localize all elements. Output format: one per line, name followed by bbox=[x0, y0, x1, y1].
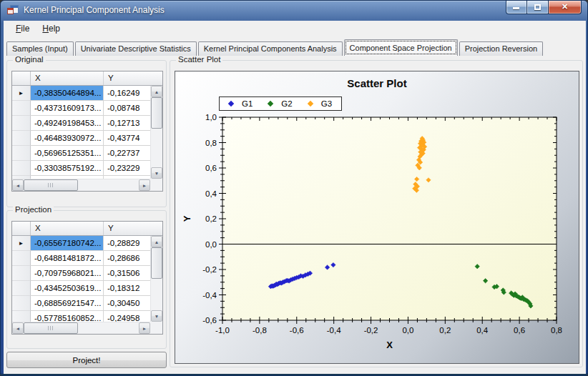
scatter-chart[interactable]: Scatter Plot G1G2G3 -1,0-0,8-0,6-0,4-0,2… bbox=[175, 71, 579, 364]
row-header[interactable] bbox=[12, 281, 31, 296]
row-header[interactable] bbox=[12, 146, 31, 161]
cell-x[interactable]: -0,43452503619... bbox=[31, 281, 104, 296]
g1-marker-icon bbox=[228, 101, 234, 107]
row-header[interactable] bbox=[12, 116, 31, 131]
g3-marker-icon bbox=[307, 101, 313, 107]
tab-projection-reversion[interactable]: Projection Reversion bbox=[459, 41, 544, 56]
tab-univariate-descriptive-statistics[interactable]: Univariate Descriptive Statistics bbox=[75, 41, 197, 56]
grid-corner-header[interactable] bbox=[12, 71, 31, 85]
svg-text:0,0: 0,0 bbox=[402, 326, 413, 335]
column-header-x[interactable]: X bbox=[31, 222, 104, 235]
tab-samples-input[interactable]: Samples (Input) bbox=[6, 41, 74, 56]
column-header-x[interactable]: X bbox=[31, 71, 104, 85]
cell-x[interactable]: -0,65567180742... bbox=[31, 236, 104, 251]
minimize-icon bbox=[513, 7, 519, 9]
horizontal-scrollbar-thumb[interactable] bbox=[24, 322, 78, 334]
legend-label: G2 bbox=[281, 99, 292, 108]
grid-corner-header[interactable] bbox=[12, 222, 31, 235]
cell-y[interactable]: -0,12713 bbox=[104, 116, 152, 131]
row-header[interactable] bbox=[12, 101, 31, 116]
table-row: -0,70975968021...-0,31506 bbox=[12, 266, 152, 281]
row-header[interactable] bbox=[12, 251, 31, 266]
cell-y[interactable]: -0,28686 bbox=[104, 251, 152, 266]
column-header-y[interactable]: Y bbox=[104, 222, 152, 235]
scatter-plot-groupbox: Scatter Plot Scatter Plot G1G2G3 -1,0-0,… bbox=[170, 60, 583, 367]
cell-x[interactable]: -0,49249198453... bbox=[31, 116, 104, 131]
project-button[interactable]: Project! bbox=[6, 352, 167, 368]
svg-text:0,6: 0,6 bbox=[514, 326, 525, 335]
cell-x[interactable]: -0,46483930972... bbox=[31, 131, 104, 146]
column-header-y[interactable]: Y bbox=[104, 71, 152, 85]
table-row: -0,43452503619...-0,18312 bbox=[12, 281, 152, 296]
horizontal-scrollbar[interactable]: ◄ ► bbox=[12, 179, 150, 191]
horizontal-scrollbar[interactable]: ◄ ► bbox=[12, 322, 150, 334]
up-arrow-icon: ▲ bbox=[155, 89, 159, 94]
scroll-left-button[interactable]: ◄ bbox=[12, 322, 24, 334]
cell-x[interactable]: -0,33038575192... bbox=[31, 161, 104, 176]
menu-help[interactable]: Help bbox=[36, 22, 67, 35]
cell-y[interactable]: -0,30450 bbox=[104, 296, 152, 311]
row-header[interactable]: ► bbox=[12, 86, 31, 101]
vertical-scrollbar-thumb[interactable] bbox=[151, 97, 162, 129]
scroll-up-button[interactable]: ▲ bbox=[151, 236, 162, 247]
left-arrow-icon: ◄ bbox=[16, 183, 20, 188]
menu-file[interactable]: File bbox=[9, 22, 36, 35]
cell-y[interactable]: -0,43774 bbox=[104, 131, 152, 146]
window-title: Kernel Principal Component Analysis bbox=[24, 5, 165, 15]
projection-grid[interactable]: X Y ►-0,65567180742...-0,28829-0,6488148… bbox=[11, 221, 163, 335]
cell-x[interactable]: -0,56965125351... bbox=[31, 146, 104, 161]
cell-y[interactable]: -0,28829 bbox=[104, 236, 152, 251]
row-header[interactable] bbox=[12, 266, 31, 281]
cell-x[interactable]: -0,64881481872... bbox=[31, 251, 104, 266]
vertical-scrollbar[interactable]: ▲ ▼ bbox=[150, 86, 162, 179]
scroll-right-button[interactable]: ► bbox=[139, 179, 150, 191]
maximize-button[interactable] bbox=[527, 1, 549, 14]
table-row: -0,33038575192...-0,23229 bbox=[12, 161, 152, 176]
right-arrow-icon: ► bbox=[142, 183, 147, 188]
title-bar[interactable]: Kernel Principal Component Analysis ✕ bbox=[1, 1, 587, 21]
row-header[interactable] bbox=[12, 131, 31, 146]
legend-item-g1: G1 bbox=[229, 99, 253, 108]
close-icon: ✕ bbox=[549, 2, 581, 11]
row-header[interactable]: ► bbox=[12, 236, 31, 251]
cell-x[interactable]: -0,43731609173... bbox=[31, 101, 104, 116]
row-header[interactable] bbox=[12, 296, 31, 311]
cell-y[interactable]: -0,18312 bbox=[104, 281, 152, 296]
close-button[interactable]: ✕ bbox=[549, 1, 582, 14]
scroll-right-button[interactable]: ► bbox=[139, 322, 150, 334]
vertical-scrollbar[interactable]: ▲ ▼ bbox=[150, 236, 162, 322]
svg-text:-0,4: -0,4 bbox=[202, 291, 217, 300]
cell-y[interactable]: -0,31506 bbox=[104, 266, 152, 281]
cell-x[interactable]: -0,70975968021... bbox=[31, 266, 104, 281]
grid-header-row: X Y bbox=[12, 222, 162, 236]
table-row: -0,56965125351...-0,22737 bbox=[12, 146, 152, 161]
svg-text:1,0: 1,0 bbox=[205, 113, 217, 122]
horizontal-scrollbar-thumb[interactable] bbox=[24, 179, 78, 191]
grid-body: ►-0,38350464894...-0,16249-0,43731609173… bbox=[12, 86, 152, 191]
tab-label: Samples (Input) bbox=[12, 44, 68, 53]
svg-text:0,2: 0,2 bbox=[439, 326, 451, 335]
minimize-button[interactable] bbox=[506, 1, 527, 14]
scroll-left-button[interactable]: ◄ bbox=[12, 179, 24, 191]
cell-y[interactable]: -0,23229 bbox=[104, 161, 152, 176]
scroll-up-button[interactable]: ▲ bbox=[151, 86, 162, 97]
scroll-down-button[interactable]: ▼ bbox=[151, 167, 162, 179]
cell-y[interactable]: -0,16249 bbox=[104, 86, 152, 101]
vertical-scrollbar-thumb[interactable] bbox=[151, 247, 162, 279]
cell-x[interactable]: -0,68856921547... bbox=[31, 296, 104, 311]
g2-marker-icon bbox=[268, 101, 273, 107]
grid-header-row: X Y bbox=[12, 71, 162, 86]
cell-y[interactable]: -0,08748 bbox=[104, 101, 152, 116]
scroll-down-button[interactable]: ▼ bbox=[151, 310, 162, 322]
svg-text:-0,2: -0,2 bbox=[202, 265, 217, 274]
original-grid[interactable]: X Y ►-0,38350464894...-0,16249-0,4373160… bbox=[11, 71, 163, 192]
legend-item-g2: G2 bbox=[268, 99, 292, 108]
maximize-icon bbox=[534, 4, 541, 10]
row-header[interactable] bbox=[12, 161, 31, 176]
menu-bar: File Help bbox=[4, 21, 586, 36]
cell-x[interactable]: -0,38350464894... bbox=[31, 86, 104, 101]
tab-component-space-projection[interactable]: Component Space Projection bbox=[344, 39, 458, 56]
tab-kernel-principal-components-analysis[interactable]: Kernel Principal Components Analysis bbox=[198, 41, 343, 56]
cell-y[interactable]: -0,22737 bbox=[104, 146, 152, 161]
y-axis-title: Y bbox=[182, 215, 192, 222]
